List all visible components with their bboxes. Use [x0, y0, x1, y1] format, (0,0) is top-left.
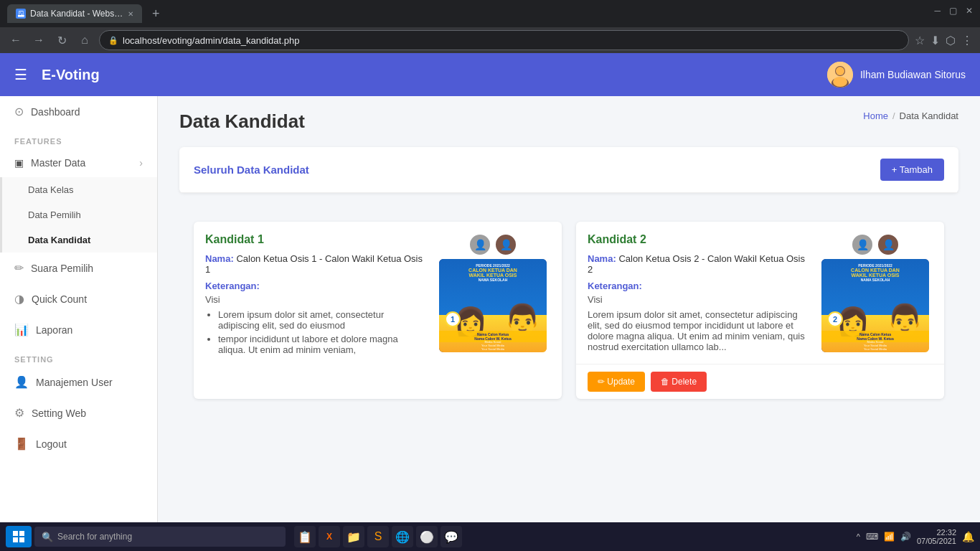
- tambah-button[interactable]: + Tambah: [880, 159, 944, 181]
- kandidat-1-list: Lorem ipsum dolor sit amet, consectetur …: [205, 309, 427, 355]
- taskbar-network-icon: 📶: [884, 532, 895, 542]
- minimize-btn[interactable]: ─: [934, 6, 941, 16]
- logout-label: Logout: [36, 438, 67, 450]
- sidebar-item-laporan[interactable]: 📊 Laporan: [0, 314, 157, 345]
- poster-2-line2: CALON KETUA DAN: [851, 268, 900, 273]
- new-tab-button[interactable]: +: [148, 6, 164, 22]
- user-icon: 👤: [14, 375, 29, 389]
- kandidat-1-body: Kandidat 1 Nama: Calon Ketua Osis 1 - Ca…: [194, 222, 562, 369]
- kandidat-2-avatars: 👤 👤: [851, 233, 900, 256]
- breadcrumb-home[interactable]: Home: [863, 110, 888, 121]
- main-layout: ⊙ Dashboard FEATURES ▣ Master Data › Dat…: [0, 96, 980, 550]
- quick-count-icon: ◑: [14, 292, 24, 306]
- sidebar-item-master-data[interactable]: ▣ Master Data ›: [0, 149, 157, 177]
- chrome-icon[interactable]: ⚪: [416, 526, 438, 547]
- dashboard-label: Dashboard: [31, 106, 80, 118]
- kandidat-2-visi-label: Visi: [588, 294, 809, 305]
- extensions-icon[interactable]: ⬡: [946, 34, 956, 47]
- kandidat-1-card: Kandidat 1 Nama: Calon Ketua Osis 1 - Ca…: [194, 222, 562, 399]
- kandidat-2-image-section: 👤 👤 PERIODE 2021/2022 CALON KETUA DAN: [818, 233, 933, 352]
- kandidat-2-avatar-ketua: 👤: [851, 233, 874, 256]
- sidebar-item-logout[interactable]: 🚪 Logout: [0, 428, 157, 459]
- sidebar-item-setting-web[interactable]: ⚙ Setting Web: [0, 397, 157, 428]
- page-header: Data Kandidat Home / Data Kandidat: [179, 110, 958, 133]
- kandidat-1-avatars: 👤 👤: [468, 233, 517, 256]
- app-wrapper: ☰ E-Voting Ilham Budiawan Sitorus ⊙ Dash…: [0, 53, 980, 550]
- taskbar-apps: 📋 X 📁 S 🌐 ⚪ 💬: [288, 526, 854, 547]
- setting-icon: ⚙: [14, 406, 24, 420]
- taskbar-search-bar[interactable]: 🔍 Search for anything: [34, 527, 286, 547]
- kandidat-1-poster: PERIODE 2021/2022 CALON KETUA DAN WAKIL …: [439, 259, 547, 352]
- sidebar: ⊙ Dashboard FEATURES ▣ Master Data › Dat…: [0, 96, 158, 550]
- start-button[interactable]: [6, 526, 32, 547]
- taskbar-right: ^ ⌨ 📶 🔊 22:32 07/05/2021 🔔: [857, 528, 974, 545]
- filemanager-icon[interactable]: 📁: [343, 526, 364, 547]
- search-icon: 🔍: [42, 532, 53, 542]
- sidebar-item-dashboard[interactable]: ⊙ Dashboard: [0, 96, 157, 127]
- kandidat-1-visi-label: Visi: [205, 294, 427, 305]
- taskbar-clock: 22:32 07/05/2021: [917, 528, 956, 545]
- keyboard-icon: ⌨: [866, 532, 878, 542]
- maximize-btn[interactable]: ▢: [949, 6, 957, 16]
- poster-2-number: 2: [827, 311, 843, 327]
- kandidat-1-nama-label: Nama:: [205, 253, 234, 264]
- close-btn[interactable]: ✕: [966, 6, 973, 16]
- hamburger-btn[interactable]: ☰: [14, 66, 27, 83]
- taskbar-arrow-icon[interactable]: ^: [857, 532, 860, 541]
- download-icon[interactable]: ⬇: [930, 34, 940, 47]
- update-button[interactable]: ✏ Update: [588, 372, 645, 392]
- browser-tab[interactable]: 🗳 Data Kandidat - Website Pemilih... ✕: [7, 4, 142, 23]
- kandidat-2-title: Kandidat 2: [588, 233, 809, 246]
- delete-button[interactable]: 🗑 Delete: [651, 372, 707, 392]
- svg-point-4: [833, 77, 847, 87]
- sidebar-item-suara-pemilih[interactable]: ✏ Suara Pemilih: [0, 253, 157, 283]
- home-btn[interactable]: ⌂: [76, 32, 93, 49]
- submenu-item-data-kelas[interactable]: Data Kelas: [2, 177, 157, 202]
- kandidat-1-bullet-2: tempor incididunt ut labore et dolore ma…: [218, 334, 427, 355]
- poster-2-school: NAMA SEKOLAH: [851, 278, 900, 282]
- tab-close-btn[interactable]: ✕: [128, 10, 133, 18]
- submenu-item-data-kandidat[interactable]: Data Kandidat: [2, 227, 157, 253]
- submenu: Data Kelas Data Pemilih Data Kandidat: [0, 177, 157, 253]
- xampp-icon[interactable]: X: [319, 526, 340, 547]
- poster-1-social: Media SosialYour Social MediaYour Social…: [481, 340, 504, 351]
- svg-rect-8: [19, 537, 24, 542]
- edge-icon[interactable]: 🌐: [392, 526, 413, 547]
- forward-btn[interactable]: →: [30, 32, 47, 49]
- browser-actions: ☆ ⬇ ⬡ ⋮: [915, 34, 973, 47]
- kandidat-1-name-row: Nama: Calon Ketua Osis 1 - Calon Wakil K…: [205, 253, 427, 275]
- quick-count-label: Quick Count: [32, 293, 87, 305]
- breadcrumb-sep: /: [892, 110, 895, 121]
- back-btn[interactable]: ←: [7, 32, 24, 49]
- menu-icon[interactable]: ⋮: [961, 34, 973, 47]
- kandidat-1-keterangan-label: Keterangan:: [205, 281, 427, 291]
- poster-1-content: PERIODE 2021/2022 CALON KETUA DAN WAKIL …: [439, 259, 547, 352]
- sidebar-item-quick-count[interactable]: ◑ Quick Count: [0, 283, 157, 314]
- kandidat-2-description: Lorem ipsum dolor sit amet, consectetur …: [588, 309, 809, 352]
- kandidat-2-keterangan-label: Keterangan:: [588, 281, 809, 291]
- poster-2-content: PERIODE 2021/2022 CALON KETUA DAN WAKIL …: [821, 259, 929, 352]
- logout-icon: 🚪: [14, 437, 29, 451]
- submenu-item-data-pemilih[interactable]: Data Pemilih: [2, 202, 157, 227]
- poster-2-social: Media SosialYour Social MediaYour Social…: [864, 340, 887, 351]
- kandidat-2-poster: PERIODE 2021/2022 CALON KETUA DAN WAKIL …: [821, 259, 929, 352]
- taskbar-date: 07/05/2021: [917, 537, 956, 545]
- taskbar-notification-icon[interactable]: 🔔: [962, 531, 974, 542]
- bookmark-icon[interactable]: ☆: [915, 34, 925, 47]
- address-bar[interactable]: 🔒 localhost/evoting/admin/data_kandidat.…: [99, 30, 909, 50]
- svg-rect-5: [13, 531, 18, 536]
- candidates-grid: Kandidat 1 Nama: Calon Ketua Osis 1 - Ca…: [179, 207, 958, 413]
- brand-title: E-Voting: [42, 67, 100, 83]
- teams-icon[interactable]: 💬: [440, 526, 462, 547]
- page-title: Data Kandidat: [179, 110, 305, 133]
- dashboard-icon: ⊙: [14, 105, 24, 118]
- kandidat-1-title: Kandidat 1: [205, 233, 427, 246]
- sublime-icon[interactable]: S: [367, 526, 389, 547]
- taskmanager-icon[interactable]: 📋: [294, 526, 316, 547]
- user-avatar: [827, 62, 853, 88]
- kandidat-1-info: Kandidat 1 Nama: Calon Ketua Osis 1 - Ca…: [205, 233, 427, 358]
- features-section-label: FEATURES: [0, 127, 157, 149]
- refresh-btn[interactable]: ↻: [53, 32, 70, 49]
- sidebar-item-manajemen-user[interactable]: 👤 Manajemen User: [0, 367, 157, 397]
- kandidat-2-name-row: Nama: Calon Ketua Osis 2 - Calon Wakil K…: [588, 253, 809, 275]
